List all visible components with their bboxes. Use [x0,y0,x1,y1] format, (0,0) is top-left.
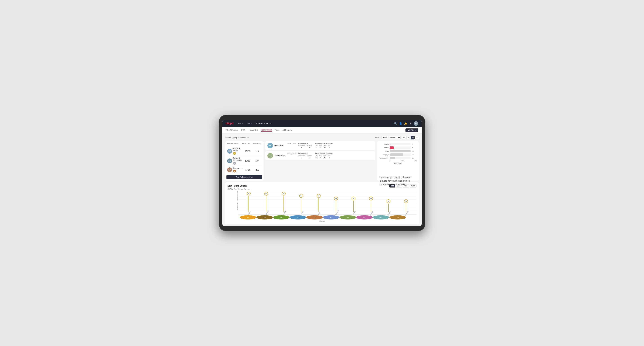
show-label: Show [375,137,380,139]
avatars-row: EEBMDBJCRBECBFMMRB2CQ [228,215,416,219]
bar-track-pars [390,150,410,152]
nav-teams[interactable]: Teams [246,122,252,125]
stat-title-rounds-josh: Total Rounds [298,153,312,155]
stat-tournament: Tournament 8 [298,145,306,149]
player-name-2: Edward Crossman [233,157,242,161]
player-badge-2: 2 [233,162,236,165]
edit-icon[interactable]: ✏ [248,137,249,138]
subnav-all-players[interactable]: All Players [282,129,292,131]
streak-col-1: 6xB. McHerg [258,192,275,214]
streak-bubble-3: 5x [299,194,303,198]
subnav-team-clippd[interactable]: Team Clippd [261,129,272,132]
callout-text: Here you can see streaks your players ha… [380,176,415,186]
y-axis-label: Best Streak, Fairway Accuracy [236,191,238,210]
streak-col-2: 6xD. Billingham [275,192,292,214]
view-leaderboard-button[interactable]: View Full Leaderboard [226,175,262,179]
streak-bar-8 [388,204,389,212]
player-avatar-1: RB [227,149,232,154]
bar-chart: Eagles 3 Birdies [379,143,417,159]
subnav-hcaps[interactable]: Hcaps 1-5 [249,129,258,131]
bar-val-eagles: 3 [412,143,417,145]
streak-avatar-3: JC [290,215,306,219]
person-icon[interactable]: 👤 [399,122,402,125]
streak-bubble-8: 3x [386,199,390,203]
player-info-1: RB Richard Butler 1 [227,147,242,155]
player-avg-2: 107 [253,160,262,162]
player-name-3: Cameron... [233,167,242,169]
streak-bar-1 [266,196,266,212]
player-badge-1: 1 [233,152,236,155]
streak-col-9: 3xC. Quick [397,192,415,214]
streak-avatar-7: MM [356,215,373,219]
list-view-icon[interactable]: ☰ [406,136,410,140]
streak-col-6: 4xB. Ford [345,192,362,214]
streak-avatar-5: EC [323,215,340,219]
streak-bar-0 [248,195,249,212]
bar-label-bogeys: Bogeys [379,154,389,156]
streak-bar-2 [284,196,284,212]
bell-icon[interactable]: 🔔 [404,122,407,125]
card-player-rees: RB Rees Britt [268,143,285,149]
streak-avatar-1: BM [256,215,273,219]
bar-birdies: Birdies 96 [379,147,417,149]
stat-rounds-josh: Total Rounds Tournament 7 Practice [298,153,312,159]
subnav: PGAT Players PGA Hcaps 1-5 Team Clippd T… [222,127,422,134]
streak-name-0: E. Ebert [248,211,251,216]
bar-dbogeys: D. Bogeys + 131 [379,157,417,159]
bar-bogeys: Bogeys 311 [379,154,417,156]
card-avatar-josh: JC [268,153,273,159]
bar-val-bogeys: 311 [412,154,417,156]
streak-name-4: R. Britt [318,212,320,215]
nav-right: 🔍 👤 🔔 ⚙ U [394,121,418,126]
stat-arg: ARG 0 [324,145,326,149]
player-card-1: RB Rees Britt 02 Sep 2023 Total Rounds T… [265,141,375,150]
player-avg-3: 103 [253,169,262,171]
stat-arg-josh: ARG 0 [324,155,326,159]
bar-pars: Pars 499 [379,150,417,152]
settings-icon[interactable]: ⚙ [409,122,412,125]
subnav-tour[interactable]: Tour [275,129,279,131]
search-icon[interactable]: 🔍 [394,122,397,125]
streak-bubble-2: 6x [282,192,286,195]
card-stats-rees: Total Rounds Tournament 8 Practice [298,143,373,149]
streak-bar-7 [371,201,371,212]
streaks-section: Best Round Streaks OTT APP ARG PUTT Off … [225,182,419,224]
navbar: clippd Home Teams My Performance 🔍 👤 🔔 ⚙… [222,120,422,127]
streak-avatar-8: RB2 [373,215,390,219]
stat-title-activities-josh: Total Practice Activities [315,153,333,155]
team-title: Team Clippd | 14 Players [225,137,246,139]
player-badge-3: 3 [233,170,236,173]
player-name-1: Richard Butler [233,147,242,152]
card-avatar-rees: RB [268,143,273,148]
streak-name-7: M. Miller [370,211,373,216]
period-select[interactable]: Last 3 months Last 6 months Last 12 mont… [381,136,400,139]
streak-bubble-6: 4x [352,197,356,200]
player-cards: RB Rees Britt 02 Sep 2023 Total Rounds T… [265,141,375,181]
streak-bubble-0: 7x [247,192,250,195]
stat-practice: Practice 4 [307,145,312,149]
filter-icon[interactable]: ▽ [415,136,419,140]
grid-view-icon[interactable]: ⊞ [402,136,406,140]
subnav-pga[interactable]: PGA [241,129,245,131]
avatar[interactable]: U [414,121,418,126]
view-icons: ⊞ ☰ ▤ ▽ [402,136,419,140]
add-team-button[interactable]: Add Team [406,128,418,132]
player-score-2: 18/20 [242,160,253,162]
table-row: EC Edward Crossman 2 18/20 107 [226,156,262,166]
player-avatar-2: EC [227,159,232,163]
bars-container: 7xE. Ebert6xB. McHerg6xD. Billingham5xJ.… [238,192,416,214]
streak-avatar-0: EE [240,215,256,219]
stat-ott: OTT 0 [315,145,318,149]
bar-label-birdies: Birdies [379,147,389,149]
player-info-3: CA Cameron... 3 [227,167,242,173]
streak-name-6: B. Ford [352,211,356,215]
streak-bubble-5: 4x [334,197,338,200]
table-view-icon[interactable]: ▤ [411,136,414,140]
subnav-pgat[interactable]: PGAT Players [226,129,238,131]
nav-home[interactable]: Home [238,122,243,125]
leaderboard-panel: PLAYER NAME PB SCORE PB AVG SQ RB Richar… [225,141,264,181]
streak-avatar-9: CQ [390,215,406,219]
streak-bar-5 [336,201,336,212]
nav-my-performance[interactable]: My Performance [256,122,271,125]
card-date-rees: 02 Sep 2023 [287,143,296,149]
